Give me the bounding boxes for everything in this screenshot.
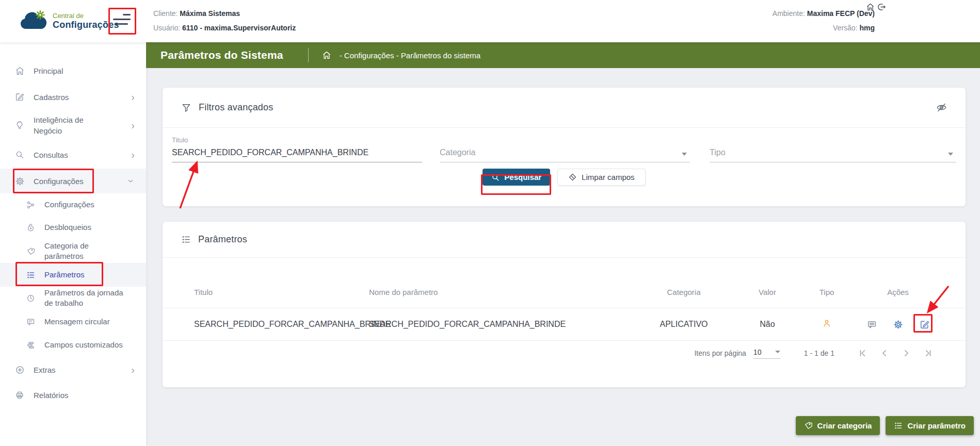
previous-page-icon[interactable]	[880, 349, 889, 358]
logo-line1: Central de	[53, 12, 119, 20]
gear-action-icon[interactable]	[893, 320, 903, 329]
sidebar-subitem-parametros[interactable]: Parâmetros	[0, 263, 146, 287]
page-title: Parâmetros do Sistema	[160, 49, 283, 61]
sidebar-item-configuracoes[interactable]: Configurações ›	[0, 169, 146, 193]
hide-filters-icon[interactable]	[936, 102, 947, 113]
table-row[interactable]: SEARCH_PEDIDO_FORCAR_CAMPANHA_BRINDE SEA…	[163, 308, 966, 341]
main-content: Filtros avançados Titulo SEARCH_PEDIDO_F…	[146, 68, 980, 446]
chevron-right-icon: ›	[131, 150, 135, 160]
page-title-bar: Parâmetros do Sistema - Configurações - …	[146, 42, 980, 68]
clear-fields-button-label: Limpar campos	[582, 173, 635, 181]
home-icon	[14, 65, 25, 76]
client-value: Máxima Sistemas	[180, 9, 240, 18]
items-per-page-select[interactable]: 10	[753, 348, 780, 359]
titulo-field-value[interactable]: SEARCH_PEDIDO_FORCAR_CAMPANHA_BRINDE	[172, 145, 422, 162]
logout-icon[interactable]	[877, 3, 886, 11]
titulo-field-label: Titulo	[172, 136, 422, 145]
create-category-label: Criar categoria	[817, 421, 872, 430]
create-parameter-button[interactable]: Criar parâmetro	[886, 416, 974, 435]
environment-value: Maxima FECP (Dev)	[807, 9, 875, 18]
search-icon	[14, 150, 25, 160]
search-button[interactable]: Pesquisar	[483, 169, 550, 186]
nodes-icon	[26, 200, 36, 210]
search-button-label: Pesquisar	[504, 173, 541, 181]
sidebar-item-label: Extras	[34, 365, 109, 375]
logo-text: Central de Configurações	[53, 12, 119, 30]
sidebar-item-label: Cadastros	[34, 92, 109, 103]
tipo-select[interactable]: Tipo	[710, 136, 956, 162]
user-info: Usuário: 6110 - maxima.SupervisorAutoriz	[153, 24, 296, 32]
breadcrumb: - Configurações - Parâmetros do sistema	[340, 51, 480, 60]
logo-line2: Configurações	[53, 20, 119, 30]
column-header-valor: Valor	[730, 288, 805, 296]
column-header-categoria: Categoria	[637, 288, 730, 296]
last-page-icon[interactable]	[923, 349, 933, 358]
home-shortcut-icon[interactable]	[866, 3, 875, 11]
sidebar-subitem-configuracoes[interactable]: Configurações	[0, 193, 146, 216]
sidebar-subitem-label: Desbloqueios	[44, 222, 127, 233]
version-label: Versão:	[833, 24, 857, 32]
sidebar-subitem-label: Campos customizados	[44, 340, 127, 350]
sidebar-item-cadastros[interactable]: Cadastros ›	[0, 86, 146, 108]
comment-action-icon[interactable]	[867, 320, 877, 329]
create-parameter-label: Criar parâmetro	[907, 421, 966, 430]
dropdown-caret-icon	[682, 153, 687, 156]
sidebar-item-label: Configurações	[34, 176, 109, 187]
column-header-nome: Nome do parâmetro	[369, 288, 637, 296]
hamburger-menu-icon[interactable]	[113, 14, 132, 28]
next-page-icon[interactable]	[902, 349, 911, 358]
version-value: hmg	[859, 24, 875, 32]
tag-icon	[26, 246, 36, 256]
chevron-right-icon: ›	[131, 365, 135, 375]
printer-icon	[14, 390, 25, 400]
sidebar-item-label: Consultas	[34, 150, 109, 160]
first-page-icon[interactable]	[858, 349, 867, 358]
user-label: Usuário:	[153, 24, 180, 32]
clock-icon	[26, 293, 36, 303]
column-header-acoes: Ações	[849, 288, 947, 296]
version-info: Versão: hmg	[833, 24, 875, 32]
create-category-button[interactable]: Criar categoria	[796, 416, 880, 435]
pagination-bar: Itens por página 10 1 - 1 de 1	[163, 341, 966, 366]
client-info: Cliente: Máxima Sistemas	[153, 9, 240, 18]
edit-action-icon[interactable]	[920, 320, 929, 329]
sidebar-subitem-parametros-jornada[interactable]: Parâmetros da jornada de trabalho	[0, 287, 146, 309]
sidebar-item-label: Inteligência de Negócio	[34, 114, 109, 136]
list-icon	[894, 421, 903, 430]
sidebar-item-extras[interactable]: Extras ›	[0, 358, 146, 381]
cell-acoes	[849, 320, 947, 329]
sidebar-item-inteligencia[interactable]: Inteligência de Negócio ›	[0, 112, 146, 138]
sidebar-item-consultas[interactable]: Consultas ›	[0, 143, 146, 166]
sidebar-subitem-mensagem-circular[interactable]: Mensagem circular	[0, 310, 146, 333]
sidebar-subitem-campos-customizados[interactable]: Campos customizados	[0, 333, 146, 357]
client-label: Cliente:	[153, 9, 178, 18]
column-header-titulo: Titulo	[194, 288, 369, 296]
eraser-icon	[568, 173, 577, 181]
dropdown-caret-icon	[775, 351, 780, 353]
environment-info: Ambiente: Maxima FECP (Dev)	[773, 9, 875, 18]
clear-fields-button[interactable]: Limpar campos	[557, 169, 646, 186]
sidebar-item-label: Relatórios	[34, 390, 109, 401]
message-icon	[26, 317, 36, 327]
cell-titulo: SEARCH_PEDIDO_FORCAR_CAMPANHA_BRINDE	[194, 320, 369, 329]
titulo-field[interactable]: Titulo SEARCH_PEDIDO_FORCAR_CAMPANHA_BRI…	[172, 136, 422, 162]
cell-valor: Não	[730, 320, 805, 329]
unlock-icon	[26, 223, 36, 233]
filters-title: Filtros avançados	[199, 102, 273, 113]
chevron-right-icon: ›	[131, 92, 135, 102]
app-header: Central de Configurações Cliente: Máxima…	[0, 0, 980, 42]
titlebar-separator	[308, 48, 309, 62]
chevron-right-icon: ›	[131, 120, 135, 130]
breadcrumb-home-icon[interactable]	[322, 51, 331, 60]
sidebar-subitem-desbloqueios[interactable]: Desbloqueios	[0, 216, 146, 239]
sidebar-subitem-categoria-parametros[interactable]: Categoria de parâmetros	[0, 239, 146, 263]
sidebar-item-principal[interactable]: Principal	[0, 59, 146, 82]
sidebar-subitem-label: Configurações	[44, 200, 127, 210]
column-header-tipo: Tipo	[805, 288, 849, 296]
chevron-down-icon: ›	[127, 179, 137, 183]
categoria-select[interactable]: Categoria	[440, 136, 690, 162]
sidebar: Principal Cadastros › Inteligência de Ne…	[0, 42, 146, 446]
list-icon	[181, 235, 191, 244]
sidebar-item-relatorios[interactable]: Relatórios	[0, 384, 146, 406]
sidebar-item-label: Principal	[34, 65, 109, 76]
